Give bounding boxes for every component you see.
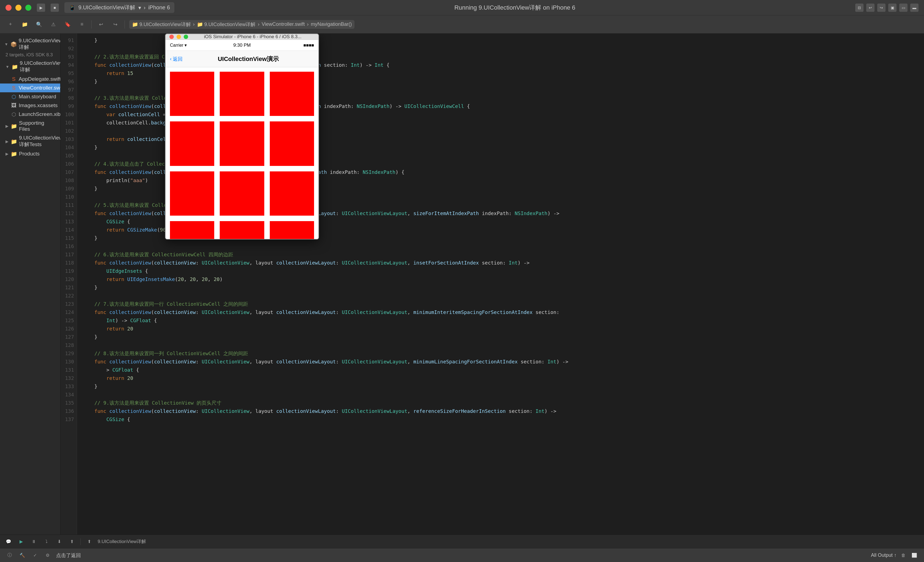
sidebar-root-project[interactable]: ▼ 📦 9.UICollectionView详解 bbox=[0, 36, 60, 52]
ln-102: 102 bbox=[60, 127, 74, 135]
add-button[interactable]: + bbox=[6, 19, 15, 29]
project-label: 9.UICollectionView详解 bbox=[19, 37, 60, 51]
ln-95: 95 bbox=[60, 69, 74, 78]
minimize-button[interactable] bbox=[15, 4, 21, 11]
appdelegate-label: AppDelegate.swift bbox=[19, 76, 60, 82]
sidebar-item-images[interactable]: 🖼 Images.xcassets bbox=[0, 101, 60, 110]
toolbar-separator-2 bbox=[124, 20, 125, 28]
supporting-folder-icon: 📁 bbox=[11, 123, 17, 129]
scheme-selector[interactable]: 📱 9.UICollectionView详解 ▾ › iPhone 6 bbox=[64, 2, 174, 13]
sim-maximize-button[interactable] bbox=[184, 34, 188, 39]
device-label: iPhone 6 bbox=[148, 4, 170, 11]
ln-116: 116 bbox=[60, 242, 74, 251]
sidebar-group-app[interactable]: ▼ 📁 9.UICollectionView详解 bbox=[0, 59, 60, 75]
collection-cell-1[interactable] bbox=[170, 72, 214, 116]
debug-share-btn[interactable]: ⬆ bbox=[85, 538, 93, 546]
tests-label: 9.UICollectionView详解Tests bbox=[19, 135, 60, 148]
ln-114: 114 bbox=[60, 226, 74, 234]
debug-step-into-btn[interactable]: ⬇ bbox=[55, 538, 63, 546]
wifi-icon: ▾ bbox=[184, 43, 187, 48]
ln-136: 136 bbox=[60, 407, 74, 416]
sim-close-button[interactable] bbox=[170, 34, 174, 39]
warning-button[interactable]: ⚠ bbox=[48, 19, 58, 29]
simulator-phone: Carrier ▾ 9:30 PM ■■■■ ‹ 返回 UICollection… bbox=[165, 40, 318, 239]
breadcrumb-item-4[interactable]: myNavigationBar() bbox=[311, 21, 352, 27]
breadcrumb-item-3[interactable]: ViewController.swift bbox=[262, 21, 305, 27]
collection-cell-7[interactable] bbox=[170, 171, 214, 216]
sidebar-item-appdelegate[interactable]: S AppDelegate.swift bbox=[0, 75, 60, 84]
collection-cell-2[interactable] bbox=[220, 72, 264, 116]
images-label: Images.xcassets bbox=[19, 102, 58, 109]
swift-file-icon-2: S bbox=[11, 85, 16, 91]
debug-step-out-btn[interactable]: ⬆ bbox=[68, 538, 76, 546]
toolbar-separator-1 bbox=[91, 20, 92, 28]
status-error-btn[interactable]: ⚙ bbox=[44, 551, 52, 559]
debug-messages-btn[interactable]: 💬 bbox=[4, 538, 13, 546]
status-build-btn[interactable]: 🔨 bbox=[18, 551, 26, 559]
ln-98: 98 bbox=[60, 94, 74, 102]
ln-110: 110 bbox=[60, 193, 74, 201]
redo-button[interactable]: ↪ bbox=[110, 19, 120, 29]
list-button[interactable]: ≡ bbox=[77, 19, 87, 29]
breadcrumb-item-1[interactable]: 📁 9.UICollectionView详解 bbox=[132, 21, 191, 28]
close-button[interactable] bbox=[6, 4, 12, 11]
search-button[interactable]: 🔍 bbox=[34, 19, 44, 29]
layout-toggle-6[interactable]: ▬ bbox=[910, 4, 918, 12]
collection-cell-11[interactable] bbox=[220, 221, 264, 239]
ln-134: 134 bbox=[60, 391, 74, 399]
sidebar-item-viewcontroller[interactable]: S ViewController.swift bbox=[0, 84, 60, 92]
maximize-button[interactable] bbox=[25, 4, 32, 11]
status-info-btn[interactable]: ⓘ bbox=[6, 551, 14, 559]
battery-icon: ■■■■ bbox=[303, 43, 314, 48]
folder-button[interactable]: 📁 bbox=[20, 19, 30, 29]
back-button[interactable]: ‹ 返回 bbox=[170, 56, 183, 62]
status-expand-btn[interactable]: ⬜ bbox=[910, 551, 918, 559]
undo-button[interactable]: ↩ bbox=[96, 19, 106, 29]
tests-folder-icon: 📁 bbox=[11, 139, 17, 144]
collection-cell-4[interactable] bbox=[170, 121, 214, 166]
layout-toggle-4[interactable]: ▣ bbox=[888, 4, 897, 12]
collection-cell-5[interactable] bbox=[220, 121, 264, 166]
layout-toggle-1[interactable]: ⊟ bbox=[855, 4, 864, 12]
simulator-navbar: ‹ 返回 UICollectionView演示 bbox=[165, 51, 318, 67]
run-button[interactable]: ▶ bbox=[37, 4, 45, 12]
breadcrumb-item-2[interactable]: 📁 9.UICollectionView详解 bbox=[197, 21, 256, 28]
status-test-btn[interactable]: ✓ bbox=[31, 551, 39, 559]
status-trash-btn[interactable]: 🗑 bbox=[899, 551, 908, 559]
collection-cell-6[interactable] bbox=[270, 121, 314, 166]
debug-pause-btn[interactable]: ⏸ bbox=[30, 538, 38, 546]
products-label: Products bbox=[19, 151, 40, 157]
ln-101: 101 bbox=[60, 119, 74, 127]
chevron-right-icon-products: ▶ bbox=[6, 152, 9, 156]
simulator-title: iOS Simulator - iPhone 6 - iPhone 6 / iO… bbox=[191, 34, 315, 40]
collection-cell-12[interactable] bbox=[270, 221, 314, 239]
ln-126: 126 bbox=[60, 325, 74, 333]
layout-toggle-2[interactable]: ↩ bbox=[866, 4, 874, 12]
layout-toggle-5[interactable]: ▭ bbox=[899, 4, 908, 12]
ln-108: 108 bbox=[60, 176, 74, 185]
debug-step-over-btn[interactable]: ⤵ bbox=[42, 538, 51, 546]
sidebar-item-products[interactable]: ▶ 📁 Products bbox=[0, 149, 60, 158]
sim-minimize-button[interactable] bbox=[177, 34, 181, 39]
line-numbers: 91 92 93 94 95 96 97 98 99 100 101 102 1… bbox=[60, 33, 77, 535]
layout-toggle-3[interactable]: ↪ bbox=[877, 4, 885, 12]
code-area: 91 92 93 94 95 96 97 98 99 100 101 102 1… bbox=[60, 33, 924, 535]
status-message: 点击了返回 bbox=[56, 552, 81, 559]
collection-cell-10[interactable] bbox=[170, 221, 214, 239]
bookmark-button[interactable]: 🔖 bbox=[63, 19, 73, 29]
collection-cell-3[interactable] bbox=[270, 72, 314, 116]
collection-cell-9[interactable] bbox=[270, 171, 314, 216]
debug-play-btn[interactable]: ▶ bbox=[17, 538, 25, 546]
ln-113: 113 bbox=[60, 218, 74, 226]
sidebar-item-mainstoryboard[interactable]: ⬡ Main.storyboard bbox=[0, 92, 60, 101]
sidebar-item-tests[interactable]: ▶ 📁 9.UICollectionView详解Tests bbox=[0, 133, 60, 149]
mainstoryboard-label: Main.storyboard bbox=[19, 94, 56, 100]
sidebar-item-launchscreen[interactable]: ⬡ LaunchScreen.xib bbox=[0, 110, 60, 119]
collection-cell-8[interactable] bbox=[220, 171, 264, 216]
ln-100: 100 bbox=[60, 111, 74, 119]
swift-file-icon: S bbox=[11, 76, 16, 82]
stop-button[interactable]: ■ bbox=[51, 4, 59, 12]
breadcrumb-sep-2: › bbox=[258, 21, 260, 27]
simulator-window[interactable]: iOS Simulator - iPhone 6 - iPhone 6 / iO… bbox=[165, 33, 319, 239]
sidebar-item-supporting[interactable]: ▶ 📁 Supporting Files bbox=[0, 119, 60, 133]
